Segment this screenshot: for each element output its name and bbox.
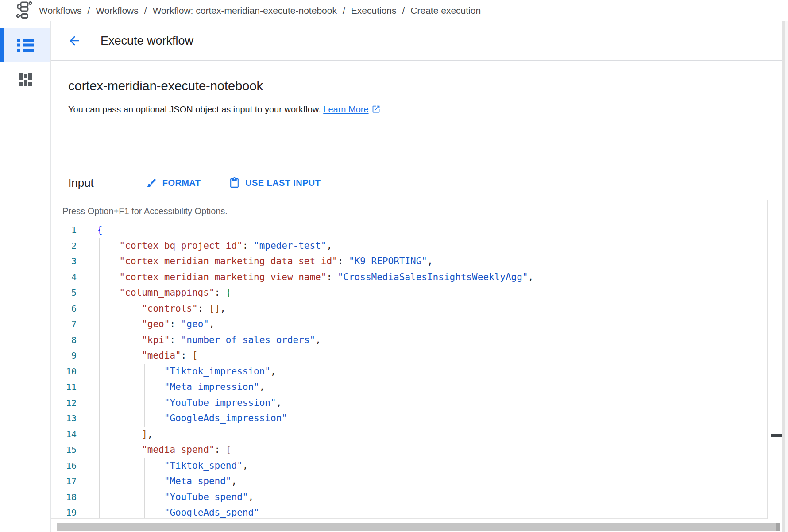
line-number: 9 (51, 348, 77, 364)
clipboard-icon (229, 177, 240, 189)
line-number: 11 (51, 379, 77, 395)
editor-vertical-scrollbar-thumb[interactable] (771, 434, 782, 437)
executions-list-icon (17, 39, 34, 52)
indent-guides (97, 395, 164, 411)
code-line[interactable]: 8"kpi": "number_of_sales_orders", (51, 332, 782, 348)
code-lines: 1{2"cortex_bq_project_id": "mpeder-test"… (51, 222, 782, 519)
line-number: 13 (51, 411, 77, 427)
line-number: 7 (51, 316, 77, 332)
line-number: 6 (51, 301, 77, 317)
line-number: 4 (51, 270, 77, 285)
breadcrumb-item-workflows-1[interactable]: Workflows (39, 5, 81, 16)
description-text: You can pass an optional JSON object as … (68, 104, 321, 114)
code-line[interactable]: 19"GoogleAds_spend" (51, 505, 782, 519)
code-line[interactable]: 1{ (51, 222, 782, 238)
line-number: 8 (51, 332, 77, 348)
format-button-label: FORMAT (162, 178, 201, 188)
code-line[interactable]: 11"Meta_impression", (51, 379, 782, 395)
page-header: Execute workflow (51, 21, 782, 61)
breadcrumb-item-executions[interactable]: Executions (351, 5, 397, 16)
page-title: Execute workflow (100, 34, 193, 48)
indent-guides (97, 458, 164, 474)
use-last-input-button-label: USE LAST INPUT (245, 178, 321, 188)
format-brush-icon (146, 177, 157, 189)
line-number: 18 (51, 490, 77, 505)
page-scrollbar-thumb[interactable] (782, 21, 785, 532)
indent-guides (97, 474, 164, 490)
input-toolbar: Input FORMAT USE LAST INPUT (68, 170, 321, 195)
line-number: 14 (51, 427, 77, 443)
main-content: Execute workflow cortex-meridian-execute… (50, 21, 782, 532)
nav-item-executions-list[interactable] (0, 28, 50, 62)
breadcrumb-item-workflow-name[interactable]: Workflow: cortex-meridian-execute-notebo… (153, 5, 337, 16)
code-line[interactable]: 3"cortex_meridian_marketing_data_set_id"… (51, 254, 782, 270)
input-section-title: Input (68, 176, 94, 190)
workflows-icon (15, 1, 34, 19)
indent-guides (97, 442, 142, 458)
indent-guides (97, 316, 142, 332)
indent-guides (97, 270, 120, 285)
code-line[interactable]: 5"column_mappings": { (51, 285, 782, 301)
indent-guides (97, 505, 164, 519)
accessibility-hint: Press Option+F1 for Accessibility Option… (51, 200, 782, 222)
use-last-input-button[interactable]: USE LAST INPUT (229, 177, 321, 189)
editor-horizontal-scrollbar-thumb[interactable] (57, 523, 780, 531)
line-number: 19 (51, 505, 77, 519)
indent-guides (97, 285, 120, 301)
editor-horizontal-scrollbar[interactable] (51, 519, 782, 532)
indent-guides (97, 332, 142, 348)
code-line[interactable]: 18"YouTube_spend", (51, 490, 782, 505)
code-line[interactable]: 7"geo": "geo", (51, 316, 782, 332)
code-line[interactable]: 10"Tiktok_impression", (51, 364, 782, 380)
indent-guides (97, 301, 142, 317)
breadcrumb: Workflows / Workflows / Workflow: cortex… (0, 0, 788, 21)
breadcrumb-item-create-execution: Create execution (410, 5, 481, 16)
code-line[interactable]: 6"controls": [], (51, 301, 782, 317)
line-number: 15 (51, 442, 77, 458)
code-line[interactable]: 13"GoogleAds_impression" (51, 411, 782, 427)
learn-more-link[interactable]: Learn More (323, 104, 368, 114)
left-nav-rail (0, 21, 50, 532)
code-line[interactable]: 15"media_spend": [ (51, 442, 782, 458)
code-line[interactable]: 2"cortex_bq_project_id": "mpeder-test", (51, 238, 782, 254)
line-number: 10 (51, 364, 77, 380)
indent-guides (97, 379, 164, 395)
workflow-description: You can pass an optional JSON object as … (68, 104, 381, 116)
line-number: 3 (51, 254, 77, 270)
indent-guides (97, 238, 120, 254)
section-divider (51, 139, 782, 139)
source-blocks-icon (18, 71, 33, 86)
line-number: 2 (51, 238, 77, 254)
workflow-name: cortex-meridian-execute-notebook (68, 79, 263, 93)
open-in-new-icon[interactable] (371, 104, 381, 116)
code-line[interactable]: 16"Tiktok_spend", (51, 458, 782, 474)
breadcrumb-separator: / (402, 5, 405, 16)
nav-item-source-blocks[interactable] (0, 62, 50, 96)
indent-guides (97, 411, 164, 427)
code-line[interactable]: 9"media": [ (51, 348, 782, 364)
line-number: 5 (51, 285, 77, 301)
indent-guides (97, 364, 164, 380)
arrow-back-icon (67, 34, 81, 48)
code-line[interactable]: 17"Meta_spend", (51, 474, 782, 490)
line-number: 16 (51, 458, 77, 474)
code-line[interactable]: 14], (51, 427, 782, 443)
editor-vertical-scrollbar[interactable] (767, 200, 782, 519)
page-scrollbar[interactable] (782, 21, 788, 532)
line-number: 12 (51, 395, 77, 411)
indent-guides (97, 427, 142, 443)
indent-guides (97, 490, 164, 505)
format-button[interactable]: FORMAT (146, 177, 201, 189)
breadcrumb-separator: / (87, 5, 90, 16)
breadcrumb-separator: / (343, 5, 345, 16)
breadcrumb-separator: / (144, 5, 147, 16)
back-button[interactable] (67, 33, 82, 48)
indent-guides (97, 348, 142, 364)
indent-guides (97, 254, 120, 270)
code-line[interactable]: 4"cortex_meridian_marketing_view_name": … (51, 270, 782, 285)
json-input-editor[interactable]: Press Option+F1 for Accessibility Option… (51, 200, 782, 519)
line-number: 1 (51, 222, 77, 238)
line-number: 17 (51, 474, 77, 490)
breadcrumb-item-workflows-2[interactable]: Workflows (96, 5, 138, 16)
code-line[interactable]: 12"YouTube_impression", (51, 395, 782, 411)
